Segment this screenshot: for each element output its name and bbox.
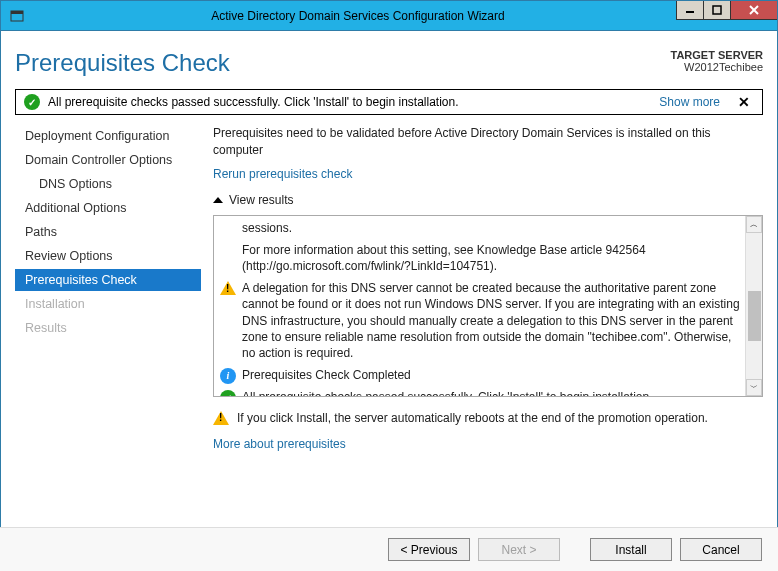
results-box: sessions. For more information about thi… [213,215,763,397]
info-icon: i [220,368,236,384]
app-icon [5,4,29,28]
chevron-up-icon [213,197,223,203]
result-text: A delegation for this DNS server cannot … [242,281,740,360]
next-button: Next > [478,538,560,561]
status-banner: ✓ All prerequisite checks passed success… [15,89,763,115]
view-results-label: View results [229,193,293,207]
result-text: sessions. [242,221,292,235]
sidebar-item-results: Results [15,317,201,339]
result-text: Prerequisites Check Completed [242,368,411,382]
warning-icon [220,281,236,295]
check-icon: ✓ [220,390,236,395]
scroll-thumb[interactable] [748,291,761,341]
warning-icon [213,411,229,425]
titlebar[interactable]: Active Directory Domain Services Configu… [1,1,777,31]
show-more-link[interactable]: Show more [659,95,720,109]
sidebar-item-review-options[interactable]: Review Options [15,245,201,267]
window-controls [676,1,777,23]
view-results-toggle[interactable]: View results [213,193,763,207]
page-title: Prerequisites Check [15,49,230,77]
sidebar-item-paths[interactable]: Paths [15,221,201,243]
minimize-button[interactable] [676,0,704,20]
banner-text: All prerequisite checks passed successfu… [48,95,459,109]
result-item: i Prerequisites Check Completed [242,367,742,383]
target-server-value: W2012Techibee [671,61,764,73]
window-title: Active Directory Domain Services Configu… [29,9,777,23]
result-item: sessions. [242,220,742,236]
target-server-info: TARGET SERVER W2012Techibee [671,49,764,73]
scroll-track[interactable] [746,233,762,379]
install-button[interactable]: Install [590,538,672,561]
rerun-prerequisites-link[interactable]: Rerun prerequisites check [213,167,763,181]
target-server-label: TARGET SERVER [671,49,764,61]
scroll-up-button[interactable]: ︿ [746,216,762,233]
more-about-prerequisites-link[interactable]: More about prerequisites [213,437,763,451]
close-button[interactable] [730,0,778,20]
wizard-sidebar: Deployment Configuration Domain Controll… [15,125,201,512]
sidebar-item-dns-options[interactable]: DNS Options [15,173,201,195]
install-warning-text: If you click Install, the server automat… [237,411,708,425]
cancel-button[interactable]: Cancel [680,538,762,561]
sidebar-item-deployment-config[interactable]: Deployment Configuration [15,125,201,147]
result-item: A delegation for this DNS server cannot … [242,280,742,361]
result-text: For more information about this setting,… [242,243,646,273]
maximize-button[interactable] [703,0,731,20]
sidebar-item-prerequisites-check[interactable]: Prerequisites Check [15,269,201,291]
scroll-down-button[interactable]: ﹀ [746,379,762,396]
sidebar-item-additional-options[interactable]: Additional Options [15,197,201,219]
sidebar-item-installation: Installation [15,293,201,315]
wizard-footer: < Previous Next > Install Cancel [0,527,778,571]
previous-button[interactable]: < Previous [388,538,470,561]
check-icon: ✓ [24,94,40,110]
svg-rect-1 [11,11,23,14]
banner-close-icon[interactable]: ✕ [738,94,750,110]
result-item: For more information about this setting,… [242,242,742,274]
sidebar-item-dc-options[interactable]: Domain Controller Options [15,149,201,171]
result-item: ✓ All prerequisite checks passed success… [242,389,742,395]
install-warning: If you click Install, the server automat… [213,411,763,425]
intro-text: Prerequisites need to be validated befor… [213,125,763,159]
results-scrollbar[interactable]: ︿ ﹀ [745,216,762,396]
result-text: All prerequisite checks passed successfu… [242,390,653,395]
svg-rect-3 [713,6,721,14]
